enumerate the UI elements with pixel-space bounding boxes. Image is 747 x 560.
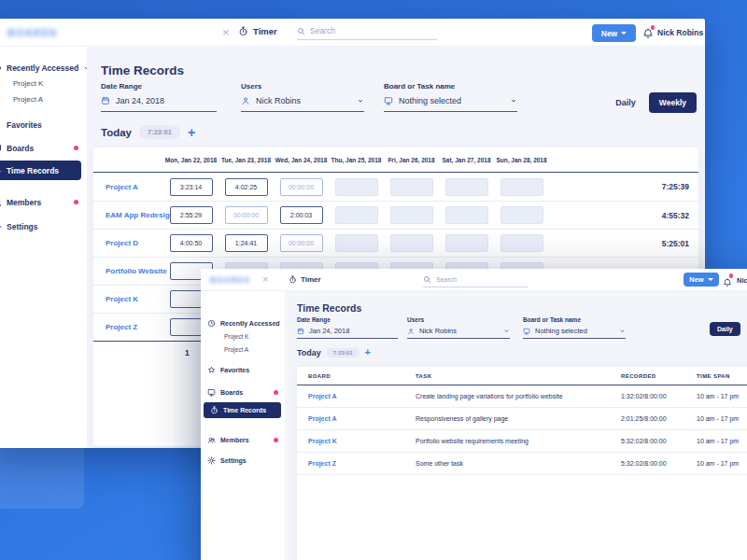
- sidebar-item[interactable]: Time Records: [204, 402, 281, 418]
- day-header: Fri, Jan 26, 2018: [384, 157, 439, 163]
- sidebar-item-label: Recently Accessed: [220, 320, 280, 327]
- user-menu[interactable]: Nick Robins: [657, 28, 703, 37]
- star-icon: [207, 366, 216, 374]
- time-cell[interactable]: 4:02:25: [225, 178, 268, 196]
- daily-toggle[interactable]: Daily: [710, 322, 740, 336]
- board-or-task-filter[interactable]: Board or Task name Nothing selected: [384, 82, 517, 112]
- project-link[interactable]: Project D: [93, 239, 163, 247]
- time-cell[interactable]: 00:00:00: [225, 206, 268, 224]
- gear-icon: [207, 456, 216, 465]
- board-or-task-label: Board or Task name: [523, 316, 626, 323]
- close-icon[interactable]: [222, 26, 230, 38]
- sidebar-item[interactable]: Project K: [0, 76, 87, 91]
- day-header: Sun, Jan 28, 2018: [494, 157, 549, 163]
- board-or-task-value: Nothing selected: [399, 96, 461, 105]
- sidebar-item-label: Project K: [224, 333, 248, 340]
- day-header: Tue, Jan 23, 2018: [218, 157, 274, 163]
- bell-icon: [642, 28, 654, 39]
- sidebar-item[interactable]: Favorites: [201, 363, 285, 376]
- time-cell[interactable]: 00:00:00: [280, 178, 323, 196]
- weekly-toggle[interactable]: Weekly: [649, 92, 697, 113]
- new-button[interactable]: New: [684, 273, 719, 287]
- close-icon[interactable]: [262, 274, 268, 285]
- sidebar-item-label: Favorites: [220, 367, 249, 373]
- time-cell[interactable]: [445, 234, 488, 252]
- time-cell[interactable]: [335, 206, 378, 224]
- timer-icon: [289, 275, 297, 284]
- time-cell[interactable]: 2:00:03: [280, 206, 323, 224]
- project-link[interactable]: EAM App Redesign: [93, 211, 163, 219]
- notifications-bell[interactable]: [642, 26, 654, 43]
- daily-table-row: Project A Responsiveness of gallery page…: [297, 408, 747, 430]
- add-time-button[interactable]: [188, 126, 195, 139]
- users-filter[interactable]: Users Nick Robins: [241, 82, 364, 112]
- time-cell[interactable]: 3:23:14: [170, 178, 213, 196]
- time-cell[interactable]: [335, 234, 378, 252]
- search-input[interactable]: Search: [423, 275, 528, 287]
- add-time-button[interactable]: [365, 347, 371, 357]
- new-button-label: New: [689, 275, 703, 284]
- tab-timer[interactable]: Timer: [289, 275, 321, 284]
- today-label: Today: [101, 127, 132, 138]
- time-span: 10 am - 17 pm: [697, 438, 747, 444]
- time-cell[interactable]: [335, 178, 378, 196]
- search-placeholder: Search: [310, 26, 335, 35]
- time-cell[interactable]: 4:00:50: [170, 234, 213, 252]
- time-cell[interactable]: [390, 206, 433, 224]
- time-cell[interactable]: [445, 178, 488, 196]
- board-or-task-filter[interactable]: Board or Task name Nothing selected: [523, 316, 626, 339]
- sidebar-item-label: Project K: [13, 79, 43, 88]
- tab-timer[interactable]: Timer: [238, 26, 277, 36]
- user-menu[interactable]: Nick Robins: [737, 276, 747, 285]
- sidebar-item[interactable]: Project K: [201, 329, 285, 343]
- notifications-bell[interactable]: [723, 274, 732, 291]
- sidebar-item[interactable]: Boards: [201, 385, 285, 399]
- daily-toggle[interactable]: Daily: [615, 98, 636, 107]
- app-logo: BOARDS: [7, 27, 58, 38]
- board-link[interactable]: Project A: [308, 393, 416, 399]
- time-cell[interactable]: [500, 178, 543, 196]
- task-name: Create landing page variations for portf…: [416, 393, 621, 399]
- sidebar-item[interactable]: Favorites: [0, 117, 87, 133]
- time-cell[interactable]: 1:24:41: [225, 234, 268, 252]
- time-cell[interactable]: [500, 234, 543, 252]
- users-filter[interactable]: Users Nick Robins: [407, 316, 510, 339]
- board-or-task-label: Board or Task name: [384, 82, 517, 91]
- sidebar-item[interactable]: Members: [0, 194, 87, 210]
- board-or-task-value: Nothing selected: [535, 327, 587, 335]
- notification-dot: [74, 146, 78, 150]
- sidebar-item[interactable]: Recently Accessed: [0, 60, 87, 76]
- sidebar-item[interactable]: Settings: [201, 454, 285, 467]
- search-input[interactable]: Search: [297, 26, 437, 40]
- board-link[interactable]: Project A: [308, 415, 416, 422]
- project-link[interactable]: Portfolio Website: [93, 267, 163, 275]
- date-range-filter[interactable]: Date Range Jan 24, 2018: [101, 82, 217, 112]
- date-range-label: Date Range: [101, 82, 217, 91]
- sidebar-item[interactable]: Time Records: [0, 161, 81, 180]
- weekly-table-row: Project D 4:00:501:24:4100:00:00 5:25:01: [93, 229, 698, 257]
- sidebar-item[interactable]: Project A: [201, 343, 285, 356]
- project-link[interactable]: Project Z: [93, 323, 163, 331]
- time-cell[interactable]: [390, 234, 433, 252]
- board-link[interactable]: Project K: [308, 438, 416, 444]
- time-cell[interactable]: 00:00:00: [280, 234, 323, 252]
- sidebar-item[interactable]: Project A: [0, 91, 87, 107]
- caret-down-icon: [621, 32, 627, 35]
- day-header: Wed, Jan 24, 2018: [274, 157, 329, 163]
- row-total: 4:55:32: [549, 211, 698, 220]
- new-button[interactable]: New: [592, 24, 636, 42]
- sidebar-item[interactable]: Members: [201, 433, 285, 446]
- time-cell[interactable]: [445, 206, 488, 224]
- time-cell[interactable]: [390, 178, 433, 196]
- project-link[interactable]: Project K: [93, 295, 163, 303]
- timer-icon: [0, 165, 2, 176]
- date-range-filter[interactable]: Date Range Jan 24, 2018: [297, 316, 398, 339]
- time-cell[interactable]: [500, 206, 543, 224]
- sidebar-item[interactable]: Settings: [0, 218, 87, 234]
- project-link[interactable]: Project A: [93, 183, 163, 191]
- board-icon: [384, 96, 393, 105]
- sidebar-item[interactable]: Boards: [0, 140, 87, 156]
- board-link[interactable]: Project Z: [308, 460, 416, 467]
- sidebar-item[interactable]: Recently Accessed: [201, 316, 285, 329]
- time-cell[interactable]: 2:55:29: [170, 206, 213, 224]
